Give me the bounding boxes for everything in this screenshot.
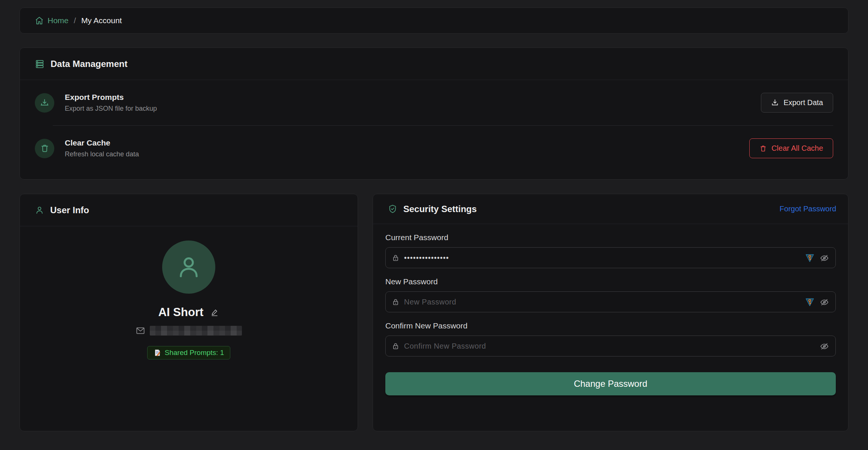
export-data-button[interactable]: Export Data bbox=[761, 93, 833, 113]
export-data-button-label: Export Data bbox=[783, 98, 823, 107]
confirm-password-field bbox=[385, 336, 836, 356]
clear-all-cache-button[interactable]: Clear All Cache bbox=[749, 138, 833, 158]
security-settings-card: Security Settings Forgot Password Curren… bbox=[373, 194, 849, 431]
security-settings-header: Security Settings Forgot Password bbox=[373, 194, 848, 224]
change-password-button[interactable]: Change Password bbox=[385, 372, 836, 395]
data-management-header: Data Management bbox=[20, 48, 848, 80]
breadcrumb-separator: / bbox=[74, 16, 76, 25]
toggle-visibility-icon[interactable] bbox=[819, 341, 829, 351]
export-prompts-title: Export Prompts bbox=[65, 93, 157, 102]
page: Home / My Account Data Management Export… bbox=[19, 0, 849, 431]
current-password-label: Current Password bbox=[385, 233, 836, 242]
redacted-email bbox=[150, 326, 242, 336]
user-email-row bbox=[136, 326, 242, 336]
toggle-visibility-icon[interactable] bbox=[819, 253, 829, 263]
export-prompts-row: Export Prompts Export as JSON file for b… bbox=[20, 80, 848, 125]
lock-icon bbox=[392, 254, 400, 262]
clear-cache-row: Clear Cache Refresh local cache data Cle… bbox=[20, 126, 848, 179]
security-settings-title: Security Settings bbox=[403, 204, 477, 214]
export-prompts-subtitle: Export as JSON file for backup bbox=[65, 105, 157, 113]
database-icon bbox=[35, 59, 45, 69]
new-password-input[interactable] bbox=[404, 298, 800, 306]
user-info-title: User Info bbox=[50, 205, 89, 215]
forgot-password-link[interactable]: Forgot Password bbox=[780, 205, 836, 213]
lock-icon bbox=[392, 298, 400, 306]
home-icon bbox=[35, 16, 44, 25]
password-manager-extension-icon[interactable] bbox=[805, 297, 815, 307]
data-management-title: Data Management bbox=[51, 59, 127, 69]
user-icon bbox=[35, 205, 44, 215]
edit-name-icon[interactable] bbox=[210, 308, 219, 317]
confirm-password-label: Confirm New Password bbox=[385, 321, 836, 330]
download-circle-icon bbox=[35, 93, 54, 113]
avatar[interactable] bbox=[162, 241, 215, 294]
shield-check-icon bbox=[388, 204, 397, 214]
current-password-input[interactable] bbox=[404, 254, 800, 262]
trash-circle-icon bbox=[35, 139, 54, 158]
memo-icon bbox=[154, 349, 161, 356]
shared-prompts-badge: Shared Prompts: 1 bbox=[147, 346, 230, 359]
current-password-field bbox=[385, 247, 836, 268]
new-password-field bbox=[385, 291, 836, 312]
mail-icon bbox=[136, 326, 145, 336]
new-password-label: New Password bbox=[385, 277, 836, 286]
data-management-card: Data Management Export Prompts Export as… bbox=[19, 48, 849, 180]
clear-cache-title: Clear Cache bbox=[65, 138, 139, 147]
download-icon bbox=[771, 99, 779, 107]
breadcrumb-home-label[interactable]: Home bbox=[48, 16, 69, 25]
toggle-visibility-icon[interactable] bbox=[819, 297, 829, 307]
user-info-card: User Info AI Short bbox=[19, 194, 358, 431]
clear-cache-subtitle: Refresh local cache data bbox=[65, 150, 139, 158]
user-display-name: AI Short bbox=[158, 306, 204, 319]
user-info-header: User Info bbox=[20, 194, 358, 226]
shared-prompts-badge-label: Shared Prompts: 1 bbox=[165, 349, 224, 357]
breadcrumb-current: My Account bbox=[81, 16, 122, 25]
password-manager-extension-icon[interactable] bbox=[805, 253, 815, 263]
trash-icon bbox=[759, 145, 767, 152]
breadcrumb-home-link[interactable]: Home bbox=[35, 16, 69, 25]
confirm-password-input[interactable] bbox=[404, 342, 815, 350]
breadcrumb: Home / My Account bbox=[19, 7, 849, 34]
lock-icon bbox=[392, 342, 400, 350]
clear-all-cache-button-label: Clear All Cache bbox=[771, 144, 823, 153]
